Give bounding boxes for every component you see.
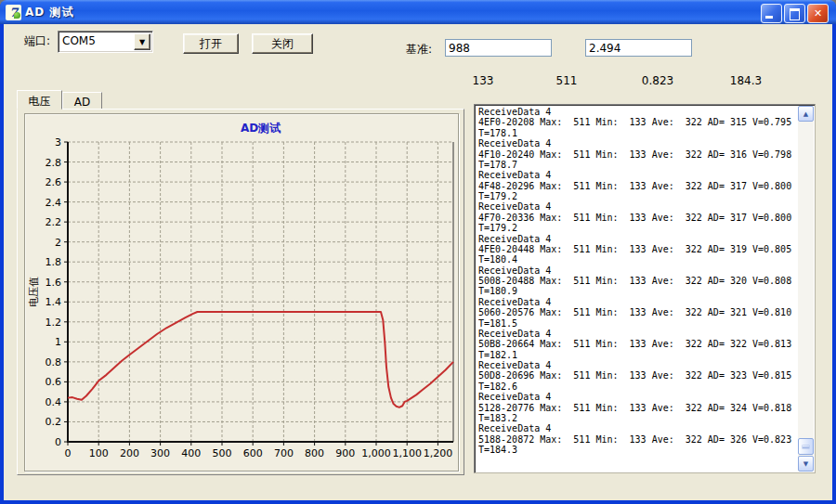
svg-text:1.4: 1.4 bbox=[46, 296, 62, 308]
voltage-chart: 01002003004005006007008009001,0001,1001,… bbox=[25, 114, 458, 471]
log-line: ReceiveData 4 bbox=[478, 138, 796, 149]
svg-text:800: 800 bbox=[305, 447, 324, 459]
log-line: 5188-20872 Max: 511 Min: 133 Ave: 322 AD… bbox=[478, 434, 796, 445]
log-line: T=178.1 bbox=[478, 128, 796, 138]
svg-text:1,100: 1,100 bbox=[392, 447, 422, 459]
scrollbar-thumb[interactable] bbox=[798, 438, 814, 455]
open-button[interactable]: 打开 bbox=[183, 33, 239, 54]
stat-voltage-value: 0.823 bbox=[642, 74, 673, 87]
reference-voltage-input[interactable] bbox=[585, 39, 692, 57]
svg-text:1: 1 bbox=[55, 336, 61, 348]
app-icon-leaf bbox=[14, 12, 20, 19]
log-line: 5128-20776 Max: 511 Min: 133 Ave: 322 AD… bbox=[478, 403, 796, 413]
svg-text:2.8: 2.8 bbox=[46, 157, 62, 169]
log-line: ReceiveData 4 bbox=[478, 265, 796, 276]
log-line: 4FE0-20448 Max: 511 Min: 133 Ave: 322 AD… bbox=[478, 244, 796, 254]
log-line: ReceiveData 4 bbox=[478, 360, 796, 370]
svg-text:700: 700 bbox=[274, 447, 294, 459]
close-icon: ✕ bbox=[808, 5, 828, 22]
svg-text:1.6: 1.6 bbox=[46, 277, 62, 289]
log-line: 4F48-20296 Max: 511 Min: 133 Ave: 322 AD… bbox=[478, 181, 796, 191]
log-line: ReceiveData 4 bbox=[478, 107, 796, 117]
svg-text:0: 0 bbox=[65, 447, 72, 459]
scrollbar[interactable]: ▲ ▼ bbox=[798, 106, 814, 472]
port-combobox-value: COM5 bbox=[62, 34, 96, 47]
svg-text:0.2: 0.2 bbox=[46, 416, 62, 428]
log-line: 5060-20576 Max: 511 Min: 133 Ave: 322 AD… bbox=[478, 307, 796, 317]
log-line: 4F10-20240 Max: 511 Min: 133 Ave: 322 AD… bbox=[478, 149, 796, 160]
svg-text:400: 400 bbox=[181, 447, 201, 459]
stat-max-value: 511 bbox=[556, 74, 578, 87]
svg-text:0.4: 0.4 bbox=[46, 396, 62, 408]
port-label: 端口: bbox=[24, 33, 50, 49]
svg-text:电压值: 电压值 bbox=[28, 277, 40, 307]
port-combobox[interactable]: COM5 ▼ bbox=[58, 31, 153, 53]
svg-text:900: 900 bbox=[335, 447, 355, 459]
log-line: ReceiveData 4 bbox=[478, 423, 796, 433]
svg-text:2: 2 bbox=[55, 237, 61, 249]
scroll-down-icon[interactable]: ▼ bbox=[798, 456, 814, 472]
maximize-button[interactable] bbox=[784, 4, 805, 23]
log-line: ReceiveData 4 bbox=[478, 329, 796, 339]
log-line: 50D8-20696 Max: 511 Min: 133 Ave: 322 AD… bbox=[478, 370, 796, 381]
stat-min-value: 133 bbox=[473, 74, 494, 87]
log-line: T=183.2 bbox=[478, 413, 796, 423]
stat-temperature-value: 184.3 bbox=[730, 74, 762, 87]
log-line: 4EF0-20208 Max: 511 Min: 133 Ave: 322 AD… bbox=[478, 117, 796, 127]
tab-ad[interactable]: AD bbox=[62, 92, 102, 110]
chart-panel: 01002003004005006007008009001,0001,1001,… bbox=[24, 113, 459, 472]
chevron-down-icon[interactable]: ▼ bbox=[134, 33, 150, 50]
minimize-icon bbox=[765, 16, 773, 19]
app-icon: 7 bbox=[6, 5, 21, 20]
log-line: T=182.6 bbox=[478, 381, 796, 392]
log-line: T=179.2 bbox=[478, 223, 796, 233]
app-window: 7 AD 测试 ✕ 端口: COM5 ▼ 打开 关闭 基准: 133 511 0… bbox=[0, 0, 836, 504]
client-area: 端口: COM5 ▼ 打开 关闭 基准: 133 511 0.823 184.3… bbox=[4, 24, 832, 500]
close-window-button[interactable]: ✕ bbox=[807, 4, 829, 23]
svg-text:300: 300 bbox=[150, 447, 170, 459]
titlebar: 7 AD 测试 ✕ bbox=[0, 0, 836, 24]
svg-text:0: 0 bbox=[55, 436, 61, 448]
reference-ad-input[interactable] bbox=[445, 39, 552, 57]
svg-text:600: 600 bbox=[243, 447, 263, 459]
close-button[interactable]: 关闭 bbox=[252, 33, 313, 54]
svg-text:0.8: 0.8 bbox=[46, 356, 62, 368]
log-line: 4F70-20336 Max: 511 Min: 133 Ave: 322 AD… bbox=[478, 213, 796, 223]
log-line: T=184.3 bbox=[478, 445, 796, 455]
minimize-button[interactable] bbox=[761, 4, 782, 23]
svg-text:1.2: 1.2 bbox=[46, 317, 62, 329]
scroll-up-icon[interactable]: ▲ bbox=[798, 106, 814, 122]
svg-text:1,200: 1,200 bbox=[424, 447, 453, 459]
reference-label: 基准: bbox=[406, 42, 432, 58]
log-line: T=178.7 bbox=[478, 160, 796, 170]
log-line: T=180.9 bbox=[478, 286, 796, 296]
log-line: 5008-20488 Max: 511 Min: 133 Ave: 322 AD… bbox=[478, 276, 796, 286]
log-line: T=181.5 bbox=[478, 318, 796, 329]
svg-text:2.6: 2.6 bbox=[46, 176, 62, 188]
svg-text:AD测试: AD测试 bbox=[241, 122, 281, 135]
log-line: ReceiveData 4 bbox=[478, 392, 796, 402]
svg-text:2.2: 2.2 bbox=[46, 216, 62, 228]
log-line: 50B8-20664 Max: 511 Min: 133 Ave: 322 AD… bbox=[478, 339, 796, 349]
svg-text:3: 3 bbox=[55, 136, 61, 149]
svg-text:1.8: 1.8 bbox=[46, 256, 62, 268]
log-line: ReceiveData 4 bbox=[478, 170, 796, 180]
receive-data-list[interactable]: ReceiveData 44EF0-20208 Max: 511 Min: 13… bbox=[474, 104, 816, 473]
log-line: ReceiveData 4 bbox=[478, 201, 796, 212]
svg-text:100: 100 bbox=[89, 447, 109, 459]
log-line: T=179.2 bbox=[478, 191, 796, 201]
svg-text:0.6: 0.6 bbox=[46, 376, 62, 388]
svg-text:500: 500 bbox=[213, 447, 232, 459]
window-title: AD 测试 bbox=[25, 5, 73, 20]
tab-voltage[interactable]: 电压 bbox=[17, 90, 62, 110]
svg-text:200: 200 bbox=[120, 447, 139, 459]
log-line: T=182.1 bbox=[478, 350, 796, 360]
maximize-icon bbox=[790, 8, 800, 20]
svg-text:2.4: 2.4 bbox=[46, 197, 62, 209]
log-line: T=180.4 bbox=[478, 254, 796, 265]
log-line: ReceiveData 4 bbox=[478, 297, 796, 307]
log-lines: ReceiveData 44EF0-20208 Max: 511 Min: 13… bbox=[478, 107, 796, 471]
log-line: ReceiveData 4 bbox=[478, 234, 796, 244]
svg-text:1,000: 1,000 bbox=[361, 447, 391, 459]
